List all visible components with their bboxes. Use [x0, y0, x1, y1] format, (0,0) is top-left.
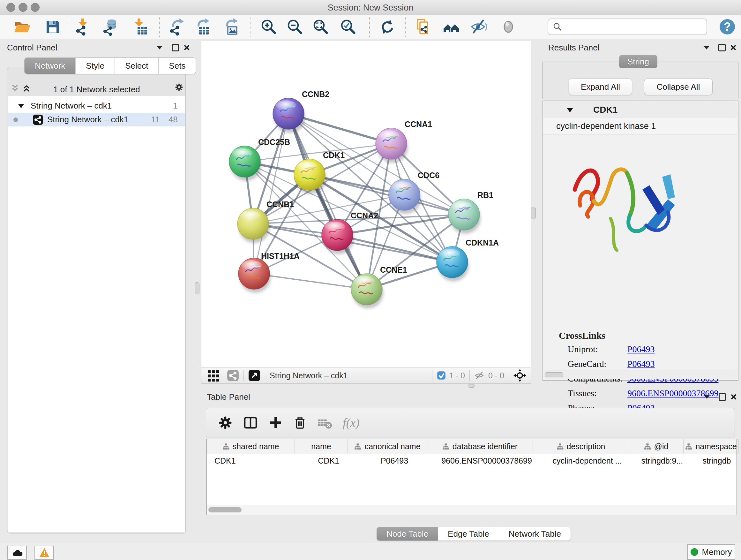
network-from-selection-button[interactable]	[414, 17, 432, 36]
network-node-CDKN1A[interactable]: CDKN1A	[436, 238, 499, 281]
network-collection-row[interactable]: String Network – cdk1 1	[8, 99, 185, 113]
network-node-CCNB2[interactable]: CCNB2	[273, 90, 329, 133]
table-panel-float-icon[interactable]	[718, 393, 726, 401]
column-header-namespace[interactable]: namespace	[684, 439, 739, 454]
gene-expand-arrow-icon[interactable]	[566, 107, 574, 113]
control-panel-float-icon[interactable]	[171, 44, 179, 52]
houses-icon	[442, 18, 460, 36]
table-gear-icon[interactable]	[218, 416, 232, 430]
column-tree-icon	[222, 443, 229, 450]
grid-view-icon[interactable]	[207, 369, 220, 382]
results-panel: Results Panel String Expand All Collapse…	[542, 41, 738, 381]
network-canvas[interactable]: CCNB2CCNA1CDC25BCDK1CDC6RB1CCNB1CCNA2CDK…	[201, 41, 531, 368]
share-view-icon[interactable]	[227, 369, 239, 381]
left-splitter-handle[interactable]	[195, 282, 199, 294]
control-panel-close-icon[interactable]	[183, 44, 191, 52]
hide-graphics-details-button[interactable]	[469, 17, 488, 36]
tab-edge-table[interactable]: Edge Table	[438, 527, 499, 541]
network-options-gear-icon[interactable]	[175, 83, 183, 91]
network-edge[interactable]	[254, 273, 367, 289]
network-edge[interactable]	[337, 235, 452, 262]
export-table-button[interactable]	[194, 17, 212, 36]
help-button[interactable]: ?	[718, 17, 737, 36]
show-graphics-details-button[interactable]	[499, 17, 518, 36]
main-toolbar: ?	[0, 15, 741, 39]
zoom-fit-button[interactable]	[311, 17, 330, 36]
search-input[interactable]	[565, 22, 706, 32]
save-session-button[interactable]	[44, 17, 62, 36]
selected-checkbox-icon[interactable]	[437, 371, 446, 380]
network-node-HIST1H1A[interactable]: HIST1H1A	[239, 252, 300, 293]
tab-sets[interactable]: Sets	[158, 58, 196, 74]
zoom-in-button[interactable]	[259, 17, 278, 36]
crosslink-value-link[interactable]: P06493	[627, 359, 655, 369]
window-titlebar: Session: New Session	[0, 0, 741, 15]
table-panel-collapse-icon[interactable]	[703, 393, 711, 401]
network-node-CDC6[interactable]: CDC6	[389, 171, 440, 214]
open-session-button[interactable]	[13, 17, 31, 36]
table-hscrollbar[interactable]	[207, 505, 736, 515]
tab-string[interactable]: String	[619, 55, 657, 68]
network-node-CCNA1[interactable]: CCNA1	[376, 120, 432, 163]
network-node-CCNB1[interactable]: CCNB1	[238, 200, 294, 243]
database-import-icon	[102, 18, 119, 36]
network-node-CDK1[interactable]: CDK1	[294, 151, 345, 194]
node-label: RB1	[477, 191, 493, 199]
cloud-status-button[interactable]	[7, 546, 27, 560]
results-hscrollbar[interactable]	[543, 370, 737, 379]
hidden-eye-icon[interactable]	[474, 371, 485, 380]
expand-all-networks-icon[interactable]	[22, 84, 30, 92]
network-graph[interactable]: CCNB2CCNA1CDC25BCDK1CDC6RB1CCNB1CCNA2CDK…	[201, 41, 531, 368]
gene-header-row[interactable]: CDK1	[543, 102, 737, 118]
collapse-all-networks-icon[interactable]	[11, 84, 19, 92]
tab-select[interactable]: Select	[115, 58, 158, 74]
column-header-canonical-name[interactable]: canonical name	[348, 439, 427, 454]
zoom-out-button[interactable]	[285, 17, 304, 36]
results-panel-float-icon[interactable]	[718, 44, 726, 52]
control-panel-collapse-icon[interactable]	[155, 44, 164, 52]
network-node-CDC25B[interactable]: CDC25B	[229, 138, 290, 181]
column-header--id[interactable]: @id	[629, 439, 684, 454]
column-header-shared-name[interactable]: shared name	[207, 439, 295, 454]
tab-network[interactable]: Network	[24, 58, 75, 74]
fit-content-crosshair-icon[interactable]	[514, 369, 526, 382]
birdseye-view-icon[interactable]	[248, 369, 260, 381]
results-panel-collapse-icon[interactable]	[702, 44, 711, 52]
table-row[interactable]: CDK1CDK1P064939606.ENSP00000378699cyclin…	[207, 454, 737, 468]
tab-style[interactable]: Style	[75, 58, 115, 74]
show-all-networks-button[interactable]	[442, 17, 461, 36]
gene-description-row: cyclin-dependent kinase 1	[543, 118, 737, 134]
table-hscroll-thumb[interactable]	[208, 507, 242, 512]
import-table-from-file-button[interactable]	[131, 17, 149, 36]
zoom-selected-button[interactable]	[339, 17, 357, 36]
crosslink-value-link[interactable]: P06493	[627, 344, 655, 354]
column-header-label: canonical name	[364, 442, 420, 451]
column-tree-icon	[644, 443, 651, 450]
collapse-all-button[interactable]: Collapse All	[644, 78, 713, 95]
tab-node-table[interactable]: Node Table	[377, 527, 438, 541]
expand-all-button[interactable]: Expand All	[569, 78, 632, 95]
add-column-icon[interactable]	[269, 416, 283, 430]
table-panel-close-icon[interactable]	[730, 393, 738, 401]
network-row-selected[interactable]: String Network – cdk1 11 48	[8, 113, 185, 126]
column-header-database-identifier[interactable]: database identifier	[427, 439, 533, 454]
import-network-from-file-button[interactable]	[74, 17, 92, 36]
function-builder-icon: f(x)	[343, 416, 360, 430]
network-node-RB1[interactable]: RB1	[448, 191, 493, 234]
show-columns-icon[interactable]	[243, 416, 258, 430]
apply-layout-button[interactable]	[378, 17, 396, 36]
column-header-description[interactable]: description	[533, 439, 629, 454]
delete-column-icon[interactable]	[293, 416, 307, 430]
memory-button[interactable]: Memory	[687, 544, 735, 560]
right-splitter-handle[interactable]	[531, 207, 536, 219]
column-header-name[interactable]: name	[295, 439, 348, 454]
tab-network-table[interactable]: Network Table	[499, 527, 570, 541]
export-network-icon	[168, 18, 186, 36]
crosslink-label: GeneCard:	[568, 359, 606, 369]
export-network-button[interactable]	[167, 17, 186, 36]
collection-expand-arrow-icon[interactable]	[18, 104, 24, 109]
import-network-from-database-button[interactable]	[101, 17, 120, 36]
export-image-button[interactable]	[222, 17, 241, 36]
results-panel-close-icon[interactable]	[729, 44, 738, 52]
warnings-button[interactable]	[35, 546, 54, 560]
